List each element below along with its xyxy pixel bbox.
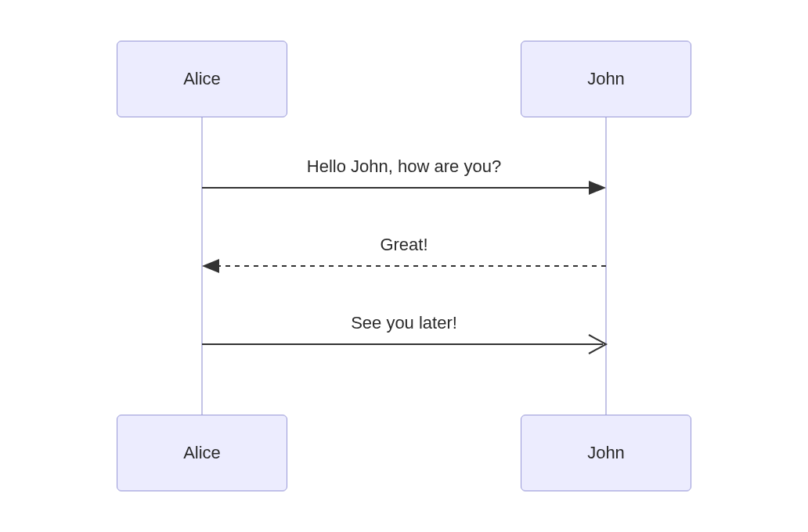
actor-label: Alice <box>183 443 221 463</box>
actor-box-alice-top: Alice <box>117 41 287 117</box>
actor-box-john-bottom: John <box>521 415 691 491</box>
actor-label: Alice <box>183 69 221 89</box>
svg-marker-3 <box>202 259 219 273</box>
message-arrow-2 <box>202 259 606 273</box>
message-arrow-3 <box>202 335 606 354</box>
message-label-1: Hello John, how are you? <box>202 156 606 177</box>
message-label-2: Great! <box>202 235 606 255</box>
actor-box-alice-bottom: Alice <box>117 415 287 491</box>
actor-box-john-top: John <box>521 41 691 117</box>
message-label-3: See you later! <box>202 313 606 333</box>
actor-label: John <box>587 443 625 463</box>
actor-label: John <box>587 69 625 89</box>
message-arrow-1 <box>202 181 606 195</box>
svg-marker-1 <box>589 181 606 195</box>
sequence-diagram: Alice John Hello John, how are you? Grea… <box>0 0 808 532</box>
